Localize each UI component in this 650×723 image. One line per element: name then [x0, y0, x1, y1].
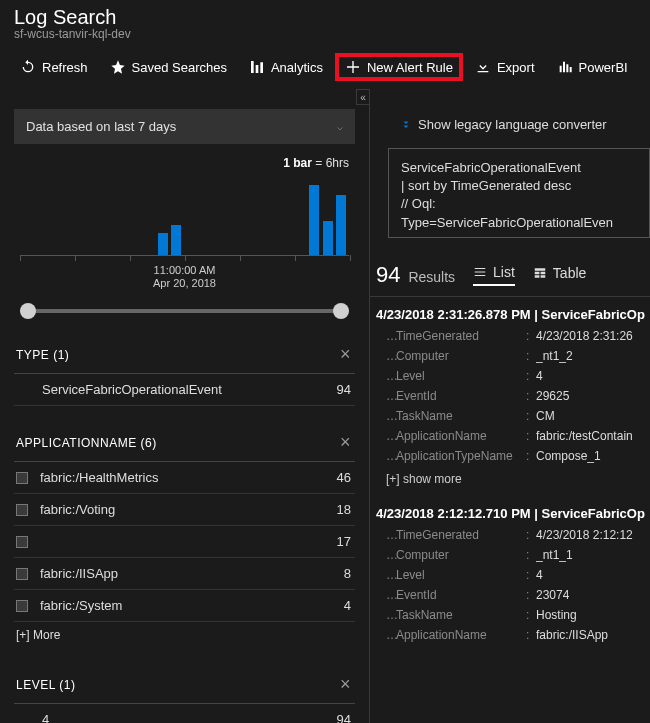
checkbox[interactable] [16, 568, 28, 580]
facet-type-row[interactable]: ServiceFabricOperationalEvent 94 [14, 374, 355, 406]
facet-row-label: fabric:/System [40, 598, 344, 613]
facet-appname-row[interactable]: 17 [14, 526, 355, 558]
checkbox[interactable] [16, 536, 28, 548]
powerbi-button[interactable]: PowerBI [547, 53, 638, 81]
export-icon [475, 59, 491, 75]
facet-level-close-icon[interactable]: × [340, 674, 351, 695]
histogram-bar[interactable] [309, 185, 319, 255]
property-row: …Level:4 [376, 366, 650, 386]
record-header[interactable]: 4/23/2018 2:31:26.878 PM | ServiceFabric… [376, 307, 650, 326]
facet-appname-row[interactable]: fabric:/IISApp8 [14, 558, 355, 590]
checkbox[interactable] [16, 504, 28, 516]
facet-level-row[interactable]: 4 94 [14, 704, 355, 723]
ellipsis-icon[interactable]: … [376, 528, 396, 542]
checkbox[interactable] [16, 600, 28, 612]
property-row: …Computer:_nt1_1 [376, 545, 650, 565]
property-row: …ApplicationName:fabric:/IISApp [376, 625, 650, 645]
time-range-label: Data based on last 7 days [26, 119, 176, 134]
ellipsis-icon[interactable]: … [376, 608, 396, 622]
facet-row-count: 46 [337, 470, 351, 485]
facet-row-count: 18 [337, 502, 351, 517]
property-row: …TaskName:CM [376, 406, 650, 426]
ellipsis-icon[interactable]: … [376, 389, 396, 403]
ellipsis-icon[interactable]: … [376, 548, 396, 562]
property-value: Hosting [536, 608, 577, 622]
results-count: 94 Results [376, 262, 455, 288]
saved-searches-button[interactable]: Saved Searches [100, 53, 237, 81]
histogram-bar[interactable] [158, 233, 168, 255]
colon: : [526, 588, 536, 602]
property-name: TimeGenerated [396, 329, 526, 343]
property-value: 23074 [536, 588, 569, 602]
analytics-label: Analytics [271, 60, 323, 75]
slider-thumb-end[interactable] [333, 303, 349, 319]
time-range-selector[interactable]: Data based on last 7 days ⌵ [14, 109, 355, 144]
facet-appname-row[interactable]: fabric:/System4 [14, 590, 355, 622]
bar-legend: 1 bar = 6hrs [0, 150, 369, 172]
query-line: ServiceFabricOperationalEvent [401, 159, 637, 177]
property-name: Level [396, 568, 526, 582]
checkbox[interactable] [16, 472, 28, 484]
histogram-bar[interactable] [336, 195, 346, 255]
histogram-chart[interactable] [20, 176, 349, 256]
property-row: …Level:4 [376, 565, 650, 585]
property-value: fabric:/testContain [536, 429, 633, 443]
toolbar: Refresh Saved Searches Analytics New Ale… [0, 43, 650, 89]
record-header[interactable]: 4/23/2018 2:12:12.710 PM | ServiceFabric… [376, 506, 650, 525]
show-legacy-converter-link[interactable]: Show legacy language converter [370, 89, 650, 148]
property-value: CM [536, 409, 555, 423]
ellipsis-icon[interactable]: … [376, 369, 396, 383]
property-value: 29625 [536, 389, 569, 403]
page-title: Log Search [14, 6, 636, 29]
view-list-label: List [493, 264, 515, 280]
ellipsis-icon[interactable]: … [376, 588, 396, 602]
colon: : [526, 369, 536, 383]
export-button[interactable]: Export [465, 53, 545, 81]
show-more-link[interactable]: [+] show more [376, 466, 650, 490]
ellipsis-icon[interactable]: … [376, 329, 396, 343]
ellipsis-icon[interactable]: … [376, 449, 396, 463]
view-table-button[interactable]: Table [533, 265, 586, 285]
ellipsis-icon[interactable]: … [376, 628, 396, 642]
facet-appname-row[interactable]: fabric:/Voting18 [14, 494, 355, 526]
new-alert-rule-button[interactable]: New Alert Rule [335, 53, 463, 81]
facet-type-title: TYPE (1) [16, 348, 69, 362]
powerbi-icon [557, 59, 573, 75]
ellipsis-icon[interactable]: … [376, 568, 396, 582]
facet-appname-more[interactable]: [+] More [14, 622, 355, 648]
property-name: TaskName [396, 608, 526, 622]
ellipsis-icon[interactable]: … [376, 429, 396, 443]
property-row: …ApplicationTypeName:Compose_1 [376, 446, 650, 466]
colon: : [526, 449, 536, 463]
property-value: 4 [536, 369, 543, 383]
property-value: Compose_1 [536, 449, 601, 463]
new-alert-rule-label: New Alert Rule [367, 60, 453, 75]
query-editor[interactable]: ServiceFabricOperationalEvent | sort by … [388, 148, 650, 238]
chevron-double-down-icon [400, 119, 412, 131]
powerbi-label: PowerBI [579, 60, 628, 75]
time-slider[interactable] [20, 304, 349, 318]
slider-thumb-start[interactable] [20, 303, 36, 319]
facet-appname-row[interactable]: fabric:/HealthMetrics46 [14, 462, 355, 494]
property-row: …Computer:_nt1_2 [376, 346, 650, 366]
view-table-label: Table [553, 265, 586, 281]
result-record: 4/23/2018 2:12:12.710 PM | ServiceFabric… [370, 496, 650, 651]
facet-appname-close-icon[interactable]: × [340, 432, 351, 453]
histogram-bar[interactable] [323, 221, 333, 255]
property-name: Computer [396, 548, 526, 562]
facet-type-close-icon[interactable]: × [340, 344, 351, 365]
view-list-button[interactable]: List [473, 264, 515, 286]
colon: : [526, 568, 536, 582]
property-name: ApplicationName [396, 628, 526, 642]
refresh-button[interactable]: Refresh [10, 53, 98, 81]
ellipsis-icon[interactable]: … [376, 409, 396, 423]
export-label: Export [497, 60, 535, 75]
property-row: …TimeGenerated:4/23/2018 2:12:12 [376, 525, 650, 545]
property-row: …TaskName:Hosting [376, 605, 650, 625]
colon: : [526, 528, 536, 542]
ellipsis-icon[interactable]: … [376, 349, 396, 363]
histogram-bar[interactable] [171, 225, 181, 255]
analytics-button[interactable]: Analytics [239, 53, 333, 81]
collapse-left-pane-button[interactable]: « [356, 89, 370, 105]
property-value: _nt1_1 [536, 548, 573, 562]
